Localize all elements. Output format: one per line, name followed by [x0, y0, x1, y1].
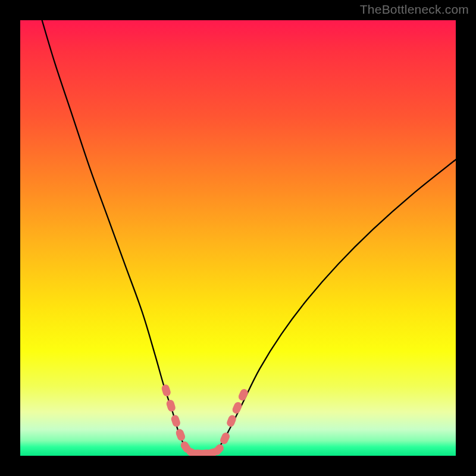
plot-area	[20, 20, 456, 456]
svg-rect-3	[175, 428, 186, 441]
curve-marker	[165, 399, 176, 412]
curve-marker	[219, 431, 231, 446]
bottleneck-curve-svg	[20, 20, 456, 456]
svg-rect-10	[219, 431, 231, 446]
curve-marker-group	[161, 384, 249, 456]
svg-rect-12	[231, 401, 243, 415]
svg-rect-1	[165, 399, 176, 412]
chart-frame: TheBottleneck.com	[0, 0, 476, 476]
watermark-text: TheBottleneck.com	[360, 2, 469, 17]
curve-marker	[175, 428, 186, 441]
curve-marker	[237, 388, 249, 402]
svg-rect-0	[161, 384, 171, 397]
curve-marker	[161, 384, 171, 397]
curve-line-group	[42, 20, 456, 454]
bottleneck-curve-path	[42, 20, 456, 454]
svg-rect-13	[237, 388, 249, 402]
curve-marker	[170, 414, 181, 428]
svg-rect-2	[170, 414, 181, 428]
curve-marker	[231, 401, 243, 415]
